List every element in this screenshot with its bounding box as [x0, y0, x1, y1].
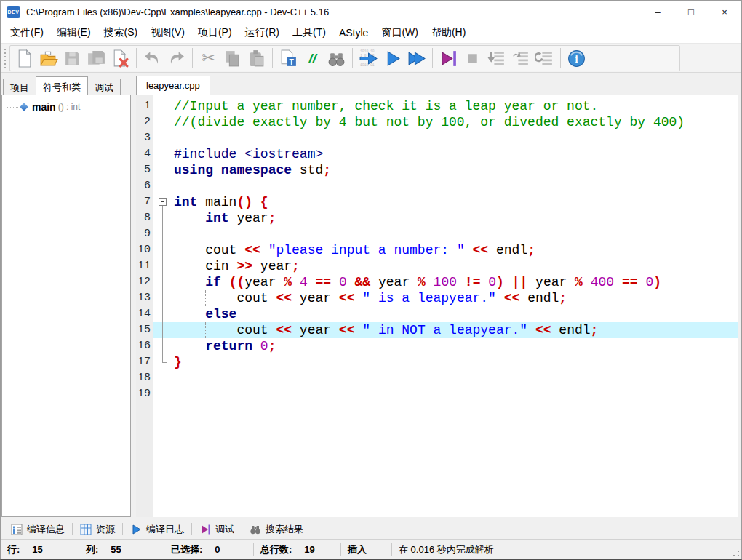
- status-col-label: 列:: [86, 543, 98, 556]
- menu-item-tools[interactable]: 工具(T): [286, 23, 332, 42]
- line-number[interactable]: 10: [136, 242, 153, 258]
- line-number[interactable]: 15: [136, 322, 153, 338]
- titlebar[interactable]: DEV C:\Program Files (x86)\Dev-Cpp\Examp…: [1, 1, 741, 23]
- code-line[interactable]: using namespace std;: [153, 162, 738, 178]
- undo-button[interactable]: [141, 47, 164, 70]
- menu-item-window[interactable]: 窗口(W): [375, 23, 425, 42]
- code-line[interactable]: cout << "please input a number: " << end…: [153, 242, 738, 258]
- copy-button[interactable]: [221, 47, 244, 70]
- code-editor[interactable]: 12345678910111213141516171819 //Input a …: [136, 95, 738, 517]
- status-total-lines-value: 19: [304, 544, 314, 555]
- code-line[interactable]: int main() {: [153, 194, 738, 210]
- bottom-tab-compile-info[interactable]: 编译信息: [4, 519, 72, 539]
- bottom-tab-resources[interactable]: 资源: [73, 519, 122, 539]
- paste-button[interactable]: [245, 47, 268, 70]
- editor-gutter[interactable]: 12345678910111213141516171819: [136, 95, 153, 517]
- code-line[interactable]: [153, 130, 738, 146]
- window-title: C:\Program Files (x86)\Dev-Cpp\Examples\…: [26, 7, 329, 17]
- code-line[interactable]: if ((year % 4 == 0 && year % 100 != 0) |…: [153, 274, 738, 290]
- code-line[interactable]: else: [153, 306, 738, 322]
- code-line[interactable]: int year;: [153, 210, 738, 226]
- line-number[interactable]: 18: [136, 370, 153, 386]
- toolbar-separator: [192, 48, 193, 68]
- resize-grip[interactable]: [733, 550, 740, 557]
- menu-item-run[interactable]: 运行(R): [239, 23, 286, 42]
- sidebar-tab-debug[interactable]: 调试: [87, 79, 121, 95]
- insert-button[interactable]: T: [277, 47, 300, 70]
- profile-analysis-button[interactable]: [485, 47, 508, 70]
- menu-item-search[interactable]: 搜索(S): [97, 23, 145, 42]
- sidebar-tab-symbols[interactable]: 符号和类: [36, 76, 88, 95]
- fold-collapse-icon[interactable]: [159, 198, 167, 206]
- code-line[interactable]: //(divide exactly by 4 but not by 100, o…: [153, 114, 738, 130]
- compile-button[interactable]: 1010 101 0 1101010 01: [357, 47, 380, 70]
- sidebar-tab-project[interactable]: 项目: [3, 79, 36, 95]
- code-line[interactable]: cout << year << " in NOT a leapyear." <<…: [153, 322, 738, 338]
- editor-tab-leapyear[interactable]: leapyear.cpp: [136, 76, 210, 95]
- menu-item-view[interactable]: 视图(V): [144, 23, 191, 42]
- debug-icon: [199, 524, 211, 535]
- minimize-button[interactable]: –: [641, 1, 674, 23]
- code-line[interactable]: }: [153, 354, 738, 370]
- menu-item-file[interactable]: 文件(F): [4, 23, 50, 42]
- fold-line: [162, 210, 163, 226]
- line-number[interactable]: 3: [136, 130, 153, 146]
- menu-item-astyle[interactable]: AStyle: [332, 24, 375, 41]
- tree-item-main[interactable]: main () : int: [7, 101, 130, 113]
- code-line[interactable]: //Input a year number, check it is a lea…: [153, 98, 738, 114]
- code-text: cout << year << " in NOT a leapyear." <<…: [174, 322, 598, 338]
- find-button[interactable]: [325, 47, 348, 70]
- fold-line: [162, 290, 163, 306]
- line-number[interactable]: 7: [136, 194, 153, 210]
- code-line[interactable]: [153, 178, 738, 194]
- line-number[interactable]: 16: [136, 338, 153, 354]
- line-number[interactable]: 14: [136, 306, 153, 322]
- line-number[interactable]: 8: [136, 210, 153, 226]
- line-number[interactable]: 11: [136, 258, 153, 274]
- line-number[interactable]: 2: [136, 114, 153, 130]
- bottom-tab-compile-log[interactable]: 编译日志: [123, 519, 191, 539]
- bottom-tab-search-results[interactable]: 搜索结果: [242, 519, 311, 539]
- menu-item-edit[interactable]: 编辑(E): [50, 23, 97, 42]
- cut-button[interactable]: ✂: [197, 47, 220, 70]
- line-number[interactable]: 6: [136, 178, 153, 194]
- line-number[interactable]: 17: [136, 354, 153, 370]
- code-text: cout << year << " is a leapyear." << end…: [174, 290, 567, 306]
- debug-button[interactable]: [437, 47, 460, 70]
- line-number[interactable]: 9: [136, 226, 153, 242]
- line-number[interactable]: 5: [136, 162, 153, 178]
- fold-line: [162, 306, 163, 322]
- redo-button[interactable]: [165, 47, 188, 70]
- menu-item-help[interactable]: 帮助(H): [425, 23, 472, 42]
- save-button[interactable]: [61, 47, 84, 70]
- line-number[interactable]: 13: [136, 290, 153, 306]
- line-number[interactable]: 4: [136, 146, 153, 162]
- step-log-button[interactable]: [509, 47, 532, 70]
- code-line[interactable]: return 0;: [153, 338, 738, 354]
- code-line[interactable]: [153, 386, 738, 402]
- toolbar-grip-handle[interactable]: [4, 49, 6, 68]
- stop-button[interactable]: [461, 47, 484, 70]
- close-file-button[interactable]: [109, 47, 132, 70]
- save-all-button[interactable]: [85, 47, 108, 70]
- compile-run-button[interactable]: [405, 47, 428, 70]
- code-line[interactable]: [153, 226, 738, 242]
- code-line[interactable]: #include <iostream>: [153, 146, 738, 162]
- bottom-tab-debug[interactable]: 调试: [192, 519, 242, 539]
- menu-item-project[interactable]: 项目(P): [191, 23, 239, 42]
- code-line[interactable]: cout << year << " is a leapyear." << end…: [153, 290, 738, 306]
- maximize-button[interactable]: □: [674, 1, 708, 23]
- close-button[interactable]: ×: [708, 1, 741, 23]
- profiling-off-button[interactable]: [533, 47, 556, 70]
- toolbar-separator: [560, 48, 561, 68]
- line-number[interactable]: 19: [136, 386, 153, 402]
- code-line[interactable]: [153, 370, 738, 386]
- info-button[interactable]: i: [565, 47, 588, 70]
- run-button[interactable]: [381, 47, 404, 70]
- toggle-comment-button[interactable]: //: [301, 47, 324, 70]
- line-number[interactable]: 12: [136, 274, 153, 290]
- code-line[interactable]: cin >> year;: [153, 258, 738, 274]
- line-number[interactable]: 1: [136, 98, 153, 114]
- open-file-button[interactable]: [37, 47, 60, 70]
- new-file-button[interactable]: [13, 47, 36, 70]
